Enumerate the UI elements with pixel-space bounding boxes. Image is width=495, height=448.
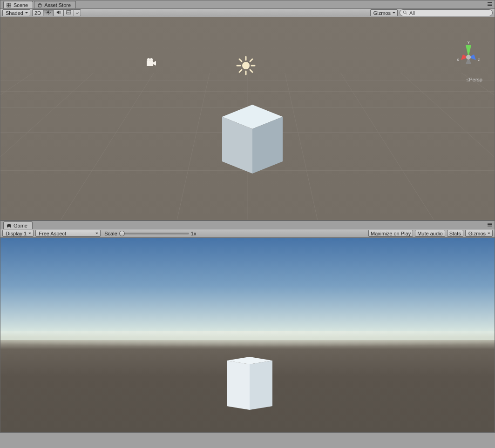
svg-marker-60 — [227, 361, 250, 410]
sun-icon — [46, 10, 51, 16]
maximize-on-play-button[interactable]: Maximize on Play — [368, 230, 413, 237]
panel-menu-icon[interactable] — [487, 222, 493, 227]
scale-value: 1x — [191, 231, 197, 236]
tab-game-label: Game — [14, 223, 27, 228]
scale-label: Scale — [104, 231, 117, 236]
audio-toggle[interactable] — [53, 9, 63, 16]
svg-text:x: x — [457, 57, 459, 62]
camera-gizmo-icon[interactable] — [145, 58, 158, 69]
svg-rect-58 — [488, 226, 492, 227]
shading-mode-dropdown[interactable]: Shaded — [2, 9, 30, 16]
svg-point-52 — [466, 55, 471, 60]
tab-scene[interactable]: Scene — [3, 1, 33, 8]
svg-line-13 — [49, 13, 50, 14]
chevron-down-icon — [76, 10, 79, 16]
fx-toggle[interactable] — [63, 9, 74, 16]
game-icon — [7, 223, 12, 228]
svg-rect-2 — [488, 5, 492, 6]
game-cube — [224, 356, 275, 412]
svg-line-18 — [406, 13, 407, 14]
svg-rect-1 — [488, 4, 492, 5]
svg-line-41 — [239, 59, 242, 61]
svg-rect-0 — [488, 2, 492, 3]
status-bar — [0, 433, 495, 442]
svg-rect-5 — [7, 5, 9, 7]
game-gizmos-dropdown[interactable]: Gizmos — [465, 230, 493, 237]
svg-line-12 — [47, 11, 47, 11]
svg-rect-3 — [7, 3, 9, 5]
svg-point-7 — [47, 11, 49, 13]
aspect-dropdown[interactable]: Free Aspect — [35, 230, 101, 237]
display-dropdown[interactable]: Display 1 — [2, 230, 34, 237]
mute-audio-button[interactable]: Mute audio — [415, 230, 445, 237]
projection-label[interactable]: ≤Persp — [466, 77, 482, 82]
scene-icon — [7, 3, 12, 8]
tab-asset-store-label: Asset Store — [44, 2, 71, 8]
stats-button[interactable]: Stats — [447, 230, 463, 237]
svg-point-36 — [242, 62, 250, 69]
svg-line-14 — [49, 11, 50, 11]
aspect-label: Free Aspect — [39, 231, 66, 236]
scene-viewport[interactable]: x z y ≤Persp — [0, 17, 495, 220]
gizmos-dropdown[interactable]: Gizmos — [370, 9, 398, 16]
tab-scene-label: Scene — [14, 2, 28, 8]
display-label: Display 1 — [6, 231, 27, 236]
game-toolbar: Display 1 Free Aspect Scale 1x Maximize … — [0, 229, 495, 238]
svg-rect-57 — [488, 224, 492, 225]
game-viewport[interactable] — [0, 238, 495, 432]
image-icon — [66, 10, 71, 16]
orientation-gizmo[interactable]: x z y — [452, 40, 485, 75]
svg-point-17 — [403, 11, 406, 13]
svg-line-15 — [47, 13, 47, 14]
svg-point-35 — [150, 58, 153, 61]
game-horizon — [0, 331, 495, 354]
asset-store-icon — [37, 3, 42, 8]
shading-mode-label: Shaded — [6, 10, 23, 16]
scene-toolbar: Shaded 2D Gizmos All — [0, 9, 495, 17]
scale-slider[interactable] — [119, 233, 189, 234]
svg-marker-61 — [250, 361, 272, 410]
tab-asset-store[interactable]: Asset Store — [34, 1, 76, 8]
svg-rect-6 — [9, 5, 11, 7]
search-placeholder: All — [409, 10, 415, 16]
svg-point-34 — [147, 58, 150, 61]
scene-search[interactable]: All — [400, 9, 493, 16]
svg-rect-56 — [488, 223, 492, 224]
tab-game[interactable]: Game — [3, 221, 33, 229]
svg-text:z: z — [478, 57, 480, 62]
scene-panel: Scene Asset Store Shaded 2D — [0, 0, 495, 221]
scene-view-buttons: 2D — [32, 9, 81, 16]
svg-line-42 — [250, 70, 252, 72]
light-gizmo-icon[interactable] — [236, 55, 256, 77]
svg-line-43 — [250, 59, 252, 61]
game-panel: Game Display 1 Free Aspect Scale 1x Maxi… — [0, 221, 495, 433]
mode-2d-button[interactable]: 2D — [32, 9, 43, 16]
audio-icon — [56, 10, 61, 16]
scene-tab-bar: Scene Asset Store — [0, 0, 495, 9]
svg-rect-4 — [9, 3, 11, 5]
svg-line-44 — [239, 70, 242, 72]
scene-cube[interactable] — [217, 100, 287, 175]
fx-dropdown[interactable] — [74, 9, 81, 16]
gizmos-label: Gizmos — [373, 10, 391, 16]
slider-thumb[interactable] — [119, 231, 125, 236]
panel-menu-icon[interactable] — [487, 2, 493, 7]
lighting-toggle[interactable] — [43, 9, 53, 16]
svg-text:y: y — [468, 40, 470, 44]
search-icon — [403, 10, 407, 16]
game-tab-bar: Game — [0, 221, 495, 229]
